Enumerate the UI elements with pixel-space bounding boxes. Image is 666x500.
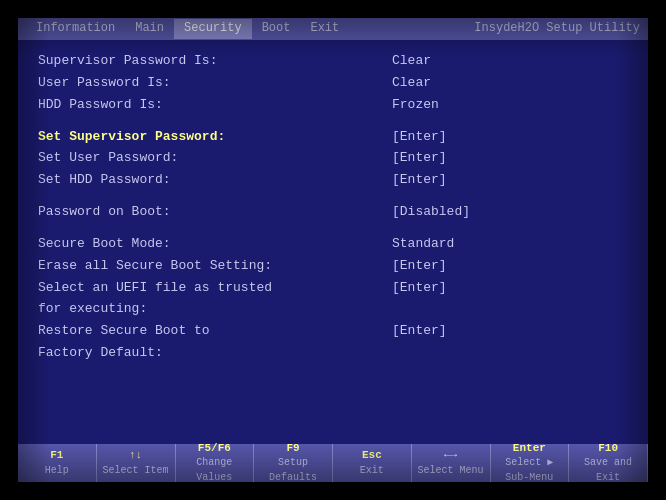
set-supervisor-value: [Enter] [392, 128, 628, 147]
for-executing-row: for executing: [38, 300, 628, 319]
status-select-item: ↑↓ Select Item [97, 444, 176, 482]
supervisor-password-value: Clear [392, 52, 628, 71]
select-uefi-value: [Enter] [392, 279, 628, 298]
set-hdd-value: [Enter] [392, 171, 628, 190]
bios-screen: Information Main Security Boot Exit Insy… [18, 18, 648, 482]
for-executing-value [392, 300, 628, 319]
status-save-exit: F10 Save and Exit [569, 444, 648, 482]
desc-save-exit: Save and Exit [573, 456, 643, 485]
menu-item-exit[interactable]: Exit [300, 19, 349, 38]
supervisor-password-label: Supervisor Password Is: [38, 52, 363, 71]
status-select-menu: ←→ Select Menu [412, 444, 491, 482]
secure-boot-mode-label: Secure Boot Mode: [38, 235, 363, 254]
password-on-boot-row[interactable]: Password on Boot: [Disabled] [38, 203, 628, 222]
key-enter: Enter [513, 441, 546, 457]
factory-default-value [392, 344, 628, 363]
hdd-password-label: HDD Password Is: [38, 96, 363, 115]
restore-secure-boot-label: Restore Secure Boot to [38, 322, 363, 341]
desc-setup-defaults: Setup Defaults [258, 456, 328, 485]
password-on-boot-label: Password on Boot: [38, 203, 363, 222]
key-esc: Esc [362, 448, 382, 464]
spacer-1 [38, 118, 628, 128]
restore-secure-boot-row[interactable]: Restore Secure Boot to [Enter] [38, 322, 628, 341]
erase-secure-boot-label: Erase all Secure Boot Setting: [38, 257, 363, 276]
desc-exit: Exit [360, 464, 384, 479]
key-f10: F10 [598, 441, 618, 457]
hdd-password-row: HDD Password Is: Frozen [38, 96, 628, 115]
key-f9: F9 [287, 441, 300, 457]
desc-enter: Select ▶ Sub-Menu [495, 456, 565, 485]
key-updown: ↑↓ [129, 448, 142, 464]
spacer-3 [38, 225, 628, 235]
spacer-2 [38, 193, 628, 203]
for-executing-label: for executing: [38, 300, 363, 319]
password-on-boot-value: [Disabled] [392, 203, 628, 222]
menu-item-information[interactable]: Information [26, 19, 125, 38]
user-password-label: User Password Is: [38, 74, 363, 93]
key-f1: F1 [50, 448, 63, 464]
user-password-value: Clear [392, 74, 628, 93]
desc-select-item: Select Item [103, 464, 169, 479]
hdd-password-value: Frozen [392, 96, 628, 115]
set-hdd-label: Set HDD Password: [38, 171, 363, 190]
restore-secure-boot-value: [Enter] [392, 322, 628, 341]
menu-item-boot[interactable]: Boot [252, 19, 301, 38]
menu-item-security[interactable]: Security [174, 19, 252, 38]
set-user-row[interactable]: Set User Password: [Enter] [38, 149, 628, 168]
set-supervisor-label: Set Supervisor Password: [38, 128, 363, 147]
key-f5f6: F5/F6 [198, 441, 231, 457]
bios-title: InsydeH2O Setup Utility [474, 20, 640, 37]
erase-secure-boot-row[interactable]: Erase all Secure Boot Setting: [Enter] [38, 257, 628, 276]
factory-default-row: Factory Default: [38, 344, 628, 363]
status-change-values: F5/F6 Change Values [176, 444, 255, 482]
select-uefi-label: Select an UEFI file as trusted [38, 279, 363, 298]
factory-default-label: Factory Default: [38, 344, 363, 363]
status-enter: Enter Select ▶ Sub-Menu [491, 444, 570, 482]
desc-help: Help [45, 464, 69, 479]
secure-boot-mode-value: Standard [392, 235, 628, 254]
desc-change-values: Change Values [180, 456, 250, 485]
set-user-value: [Enter] [392, 149, 628, 168]
status-setup-defaults: F9 Setup Defaults [254, 444, 333, 482]
status-help: F1 Help [18, 444, 97, 482]
status-bar: F1 Help ↑↓ Select Item F5/F6 Change Valu… [18, 444, 648, 482]
erase-secure-boot-value: [Enter] [392, 257, 628, 276]
select-uefi-row[interactable]: Select an UEFI file as trusted [Enter] [38, 279, 628, 298]
menu-item-main[interactable]: Main [125, 19, 174, 38]
desc-select-menu: Select Menu [418, 464, 484, 479]
user-password-row: User Password Is: Clear [38, 74, 628, 93]
content-area: Supervisor Password Is: Clear User Passw… [18, 40, 648, 374]
set-hdd-row[interactable]: Set HDD Password: [Enter] [38, 171, 628, 190]
status-exit: Esc Exit [333, 444, 412, 482]
menu-bar[interactable]: Information Main Security Boot Exit Insy… [18, 18, 648, 40]
secure-boot-mode-row[interactable]: Secure Boot Mode: Standard [38, 235, 628, 254]
set-user-label: Set User Password: [38, 149, 363, 168]
key-leftright: ←→ [444, 448, 457, 464]
supervisor-password-row: Supervisor Password Is: Clear [38, 52, 628, 71]
set-supervisor-row[interactable]: Set Supervisor Password: [Enter] [38, 128, 628, 147]
